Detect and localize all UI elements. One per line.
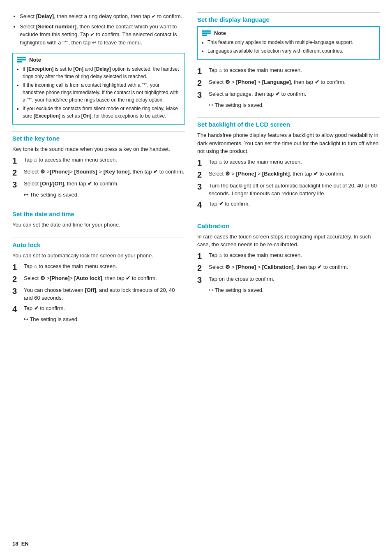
page-number: 18 EN [12,541,29,547]
step-text: Select ⚙ > [Phone] > [Language], then ta… [209,78,346,86]
note-header: Note [17,57,180,63]
step-num: 4 [12,304,21,314]
step-text: Select ⚙ > [Phone] > [Calibration], then… [209,263,348,271]
section-intro-auto-lock: You can set to automatically lock the sc… [12,252,185,260]
step-2: 2 Select ⚙ > [Phone] > [Calibration], th… [197,263,380,273]
step-1: 1 Tap ⌂ to access the main menu screen. [197,66,380,76]
step-num: 2 [12,168,21,178]
step-num: 3 [197,90,206,100]
section-intro-date-time: You can set the date and time for your p… [12,221,185,229]
step-3: 3 Tap on the cross to confirm. [197,275,380,285]
step-text: You can choose between [Off], and auto l… [24,286,185,302]
section-title-backlight: Set backlight of the LCD screen [197,117,380,128]
section-calibration: Calibration In rare cases the touch scre… [197,219,380,293]
section-title-key-tone: Set the key tone [12,131,185,142]
note-lines-icon [202,30,211,36]
bullet-item: Select [Delay], then select a ring delay… [20,12,185,21]
step-text: Tap ⌂ to access the main menu screen. [209,158,302,166]
step-num: 3 [197,275,206,285]
step-3: 3 You can choose between [Off], and auto… [12,286,185,302]
step-num: 2 [197,263,206,273]
check-icon [90,31,95,37]
section-intro-backlight: The handsfree phone display features a b… [197,131,380,155]
step-num: 2 [12,274,21,284]
step-num: 4 [197,200,206,210]
step-1: 1 Tap ⌂ to access the main menu screen. [197,251,380,261]
step-text: Select ⚙ > [Phone] > [Backlight], then t… [209,170,344,178]
steps-calibration: 1 Tap ⌂ to access the main menu screen. … [197,251,380,293]
step-4: 4 Tap ✔ to confirm. [197,200,380,210]
bullet-item: Select [Select number], then select the … [20,23,185,47]
steps-auto-lock: 1 Tap ⌂ to access the main menu screen. … [12,262,185,322]
note-label: Note [214,30,226,36]
section-intro-key-tone: Key tone is the sound made when you pres… [12,145,185,153]
note-item: Languages available for selection vary w… [208,47,375,55]
step-num: 1 [12,156,21,166]
note-item: If you exclude the contacts from silent … [23,105,180,120]
step-num: 1 [197,66,206,76]
step-2: 2 Select ⚙ >[Phone]> [Sounds] > [Key ton… [12,168,185,178]
step-result: The setting is saved. [209,102,380,108]
section-title-auto-lock: Auto lock [12,238,185,248]
section-display-language: Set the display language Note This featu… [197,12,380,108]
step-text: Select a language, then tap ✔ to confirm… [209,90,306,98]
note-item: This feature only applies to models with… [208,39,375,46]
step-num: 1 [197,158,206,168]
back-icon [92,39,97,46]
section-auto-lock: Auto lock You can set to automatically l… [12,238,185,322]
step-2: 2 Select ⚙ > [Phone] > [Backlight], then… [197,170,380,180]
step-text: Tap ⌂ to access the main menu screen. [209,251,302,259]
step-text: Select ⚙ >[Phone]> [Auto lock], then tap… [24,274,157,282]
section-date-time: Set the date and time You can set the da… [12,207,185,229]
step-text: Select [On]/[Off], then tap ✔ to confirm… [24,180,119,188]
step-num: 3 [12,180,21,190]
section-intro-calibration: In rare cases the touch screen stops rec… [197,233,380,249]
step-1: 1 Tap ⌂ to access the main menu screen. [12,262,185,272]
step-text: Tap ⌂ to access the main menu screen. [209,66,302,74]
note-box-language: Note This feature only applies to models… [197,26,380,60]
step-num: 1 [12,262,21,272]
note-item: If [Exception] is set to [On] and [Delay… [23,65,180,80]
step-1: 1 Tap ⌂ to access the main menu screen. [197,158,380,168]
check-icon [152,13,156,19]
section-title-date-time: Set the date and time [12,207,185,217]
section-title-calibration: Calibration [197,219,380,229]
top-bullet-list: Select [Delay], then select a ring delay… [20,12,185,46]
step-num: 1 [197,251,206,261]
step-text: Tap ✔ to confirm. [209,200,250,208]
step-3: 3 Turn the backlight off or set automati… [197,182,380,198]
section-title-display-language: Set the display language [197,12,380,23]
step-text: Tap on the cross to confirm. [209,275,274,283]
note-list: This feature only applies to models with… [208,39,375,55]
step-3: 3 Select a language, then tap ✔ to confi… [197,90,380,100]
step-text: Tap ✔ to confirm. [24,304,65,312]
step-num: 2 [197,170,206,180]
step-result: The setting is saved. [24,192,185,198]
note-list: If [Exception] is set to [On] and [Delay… [23,65,180,120]
step-1: 1 Tap ⌂ to access the main menu screen. [12,156,185,166]
step-num: 3 [12,286,21,296]
steps-display-language: 1 Tap ⌂ to access the main menu screen. … [197,66,380,108]
section-key-tone: Set the key tone Key tone is the sound m… [12,131,185,198]
right-column: Set the display language Note This featu… [197,12,380,331]
steps-backlight: 1 Tap ⌂ to access the main menu screen. … [197,158,380,210]
note-header: Note [202,30,375,36]
note-item: If the incoming call is from a contact h… [23,81,180,104]
note-lines-icon [17,57,26,62]
step-2: 2 Select ⚙ >[Phone]> [Auto lock], then t… [12,274,185,284]
note-box-delay: Note If [Exception] is set to [On] and [… [12,53,185,125]
step-result: The setting is saved. [24,316,185,322]
step-num: 2 [197,78,206,88]
step-2: 2 Select ⚙ > [Phone] > [Language], then … [197,78,380,88]
step-result: The setting is saved. [209,287,380,293]
step-text: Tap ⌂ to access the main menu screen. [24,156,117,164]
step-num: 3 [197,182,206,192]
step-text: Turn the backlight off or set automatic … [209,182,380,198]
section-backlight: Set backlight of the LCD screen The hand… [197,117,380,210]
step-4: 4 Tap ✔ to confirm. [12,304,185,314]
steps-key-tone: 1 Tap ⌂ to access the main menu screen. … [12,156,185,198]
step-3: 3 Select [On]/[Off], then tap ✔ to confi… [12,180,185,190]
step-text: Tap ⌂ to access the main menu screen. [24,262,117,271]
left-column: Select [Delay], then select a ring delay… [12,12,185,331]
note-label: Note [29,57,41,63]
